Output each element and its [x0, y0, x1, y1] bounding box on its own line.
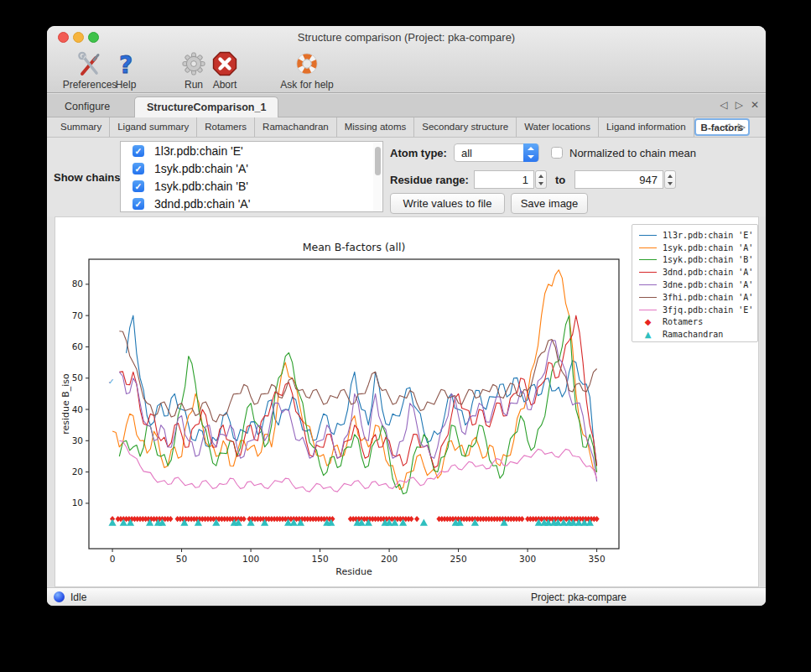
status-bar: Idle Project: pka-compare	[47, 587, 766, 606]
range-to-word: to	[555, 174, 565, 186]
atom-type-select[interactable]: all	[454, 143, 539, 162]
chain-list-item[interactable]: ✓3dnd.pdb:chain 'A'	[121, 195, 382, 212]
window-chrome: Structure comparison (Project: pka-compa…	[47, 26, 766, 93]
y-tick-label: 80	[72, 279, 83, 289]
series-line-3dnd-pdb-chain-A-	[119, 315, 596, 467]
tab-summary[interactable]: Summary	[53, 117, 110, 137]
question-icon: ?	[108, 51, 143, 78]
legend-label: 1l3r.pdb:chain 'E'	[663, 231, 753, 240]
chain-list-scroll-thumb[interactable]	[375, 147, 381, 175]
y-tick-label: 70	[72, 310, 83, 320]
help-button[interactable]: ? Help	[108, 51, 143, 91]
tab-missing-atoms[interactable]: Missing atoms	[337, 117, 415, 137]
diamond-marker-icon: ◆	[639, 317, 657, 326]
ramachandran-triangle	[420, 518, 428, 525]
y-tick-label: 30	[72, 435, 83, 445]
atom-type-label: Atom type:	[390, 147, 447, 159]
abort-button[interactable]: Abort	[205, 51, 244, 91]
legend-entry: 3dne.pdb:chain 'A'	[632, 279, 757, 291]
tab-close-icon[interactable]: ✕	[751, 99, 759, 111]
x-axis-label: Residue	[335, 566, 372, 577]
ask-for-help-button[interactable]: Ask for help	[272, 51, 342, 91]
legend-entry: 1l3r.pdb:chain 'E'	[632, 229, 757, 242]
chain-list-item[interactable]: ✓1syk.pdb:chain 'B'	[121, 177, 382, 195]
chart-title: Mean B-factors (all)	[303, 241, 406, 253]
legend-label: 3dnd.pdb:chain 'A'	[663, 268, 753, 277]
help-label: Help	[116, 79, 137, 91]
chain-list-scrollbar[interactable]	[373, 143, 382, 212]
subtabs-prev-icon[interactable]: ◁	[723, 121, 730, 133]
y-tick-label: 20	[72, 466, 83, 477]
chain-label: 1syk.pdb:chain 'A'	[154, 162, 248, 175]
legend-line-swatch	[639, 297, 657, 298]
series-line-3fjq-pdb-chain-E-	[119, 440, 596, 492]
write-values-button[interactable]: Write values to file	[390, 193, 505, 214]
rotamer-diamond	[168, 516, 173, 522]
tab-ligand-information[interactable]: Ligand information	[599, 117, 694, 137]
residue-to-stepper[interactable]	[664, 170, 676, 189]
x-tick-label: 100	[242, 554, 259, 564]
subtabs-next-icon[interactable]: ▷	[738, 121, 746, 133]
ramachandran-triangle	[108, 518, 116, 525]
legend-label: 3fhi.pdb:chain 'A'	[663, 293, 753, 302]
x-tick-label: 0	[110, 554, 116, 564]
chain-list-item[interactable]: ✓1syk.pdb:chain 'A'	[121, 159, 382, 177]
legend-line-swatch	[639, 284, 657, 285]
secondary-tab-bar: SummaryLigand summaryRotamersRamachandra…	[47, 117, 766, 138]
legend-line-swatch	[639, 259, 657, 260]
y-tick-label: 40	[72, 404, 83, 414]
chain-list-item[interactable]: ✓1l3r.pdb:chain 'E'	[121, 142, 382, 159]
residue-range-label: Residue range:	[390, 174, 469, 186]
chain-checkbox[interactable]: ✓	[133, 180, 144, 192]
chain-checkbox[interactable]: ✓	[133, 163, 144, 175]
x-tick-label: 250	[450, 554, 467, 564]
status-indicator-icon	[54, 591, 65, 602]
plot-frame	[89, 259, 619, 549]
chain-list[interactable]: ✓1l3r.pdb:chain 'E'✓1syk.pdb:chain 'A'✓1…	[120, 141, 383, 212]
normalized-label: Normalized to chain mean	[569, 147, 696, 159]
ask-for-help-label: Ask for help	[280, 79, 333, 91]
chain-checkbox[interactable]: ✓	[133, 198, 144, 210]
rotamer-diamond	[519, 516, 524, 522]
legend-entry: 3dnd.pdb:chain 'A'	[632, 266, 757, 279]
legend-line-swatch	[639, 310, 657, 310]
tab-ligand-summary[interactable]: Ligand summary	[110, 117, 197, 137]
chart-legend: 1l3r.pdb:chain 'E'1syk.pdb:chain 'A'1syk…	[632, 224, 758, 342]
residue-from-stepper[interactable]	[535, 170, 547, 189]
atom-type-value: all	[461, 147, 472, 159]
normalized-checkbox[interactable]: ✓	[551, 147, 563, 159]
tab-secondary-structure[interactable]: Secondary structure	[414, 117, 517, 137]
primary-tab-structurecomparison_1[interactable]: StructureComparison_1	[134, 96, 278, 117]
window-title: Structure comparison (Project: pka-compa…	[47, 31, 766, 44]
tab-ramachandran[interactable]: Ramachandran	[255, 117, 337, 137]
svg-text:?: ?	[119, 51, 133, 78]
legend-line-swatch	[639, 272, 657, 273]
app-window: Structure comparison (Project: pka-compa…	[47, 26, 766, 606]
chain-label: 1l3r.pdb:chain 'E'	[154, 144, 243, 158]
y-axis-label: residue B_iso	[60, 373, 71, 435]
status-text: Idle	[70, 591, 86, 603]
primary-tab-configure[interactable]: Configure	[53, 96, 122, 117]
run-label: Run	[185, 79, 203, 91]
y-tick-label: 10	[72, 497, 83, 508]
chain-label: 1syk.pdb:chain 'B'	[154, 180, 248, 193]
legend-label: 1syk.pdb:chain 'B'	[663, 255, 753, 264]
lifebuoy-icon	[272, 51, 342, 78]
chain-checkbox[interactable]: ✓	[133, 145, 144, 157]
legend-label: 3dne.pdb:chain 'A'	[663, 280, 753, 289]
tab-water-locations[interactable]: Water locations	[517, 117, 599, 137]
save-image-button[interactable]: Save image	[511, 193, 588, 214]
legend-line-swatch	[639, 235, 657, 236]
tab-rotamers[interactable]: Rotamers	[197, 117, 255, 137]
y-tick-label: 60	[72, 341, 83, 352]
x-tick-label: 300	[519, 554, 536, 564]
legend-label: 3fjq.pdb:chain 'E'	[663, 305, 753, 315]
residue-from-input[interactable]: 1	[474, 170, 534, 189]
tabs-prev-icon[interactable]: ◁	[720, 99, 727, 111]
tabs-next-icon[interactable]: ▷	[736, 99, 743, 111]
legend-line-swatch	[639, 247, 657, 248]
residue-to-input[interactable]: 947	[574, 170, 663, 189]
chain-label: 3dnd.pdb:chain 'A'	[154, 197, 250, 211]
legend-entry: ▲Ramachandran	[632, 328, 757, 341]
rotamer-diamond	[242, 516, 247, 522]
